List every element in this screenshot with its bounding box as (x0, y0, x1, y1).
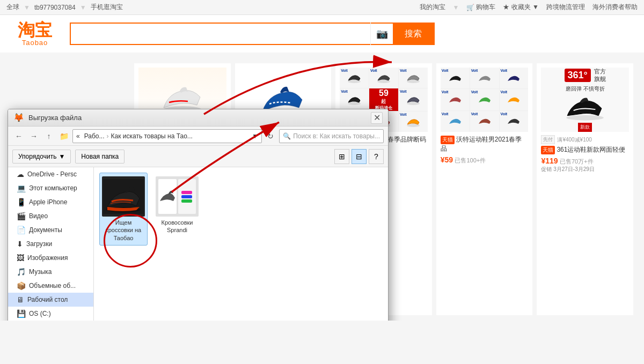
sidebar-item-label: Загрузки (26, 240, 52, 248)
video-icon: 🎬 (17, 212, 26, 220)
username[interactable]: tb9779037084 (34, 4, 76, 11)
dialog-search-placeholder: Поиск в: Как искать товары... (293, 132, 380, 140)
file-upload-dialog: 🦊 Выгрузка файла ✕ ← → ↑ 📁 « Раб (8, 109, 389, 321)
help-button[interactable]: ? (369, 149, 384, 164)
organize-dropdown-icon: ▼ (58, 153, 65, 160)
folder-icon: 📁 (60, 132, 69, 140)
product-card[interactable]: Voit Voit Voit Voit Voit Voit Voit Voit … (436, 63, 533, 315)
sidebar-item-label: Рабочий стол (27, 296, 68, 303)
path-current: Как искать товары на Тао... (111, 132, 193, 140)
path-dropdown-icon[interactable]: ▼ (252, 132, 258, 140)
tmall-badge: 天猫 (441, 136, 455, 144)
sidebar-item-documents[interactable]: 📄 Документы (8, 223, 93, 237)
search-icon: 🔍 (283, 132, 291, 140)
sidebar-item-label: Документы (29, 226, 62, 234)
cross-border-link[interactable]: 跨境物流管理 (546, 3, 585, 12)
dialog-content: ☁ OneDrive - Persc 💻 Этот компьютер 📱 Ap… (8, 167, 388, 321)
close-icon: ✕ (374, 113, 380, 123)
cart-link[interactable]: 🛒 购物车 (466, 3, 495, 12)
documents-icon: 📄 (17, 226, 26, 234)
file-thumbnail-2 (156, 176, 199, 217)
top-nav-right: 我的淘宝 ▼ 🛒 购物车 ★ 收藏夹 ▼ 跨境物流管理 海外消费者帮助 (420, 3, 638, 12)
sidebar-item-label: Изображения (27, 254, 68, 262)
file-name-2: Кровосовки Sprandi (157, 219, 197, 234)
logo-english: Taobao (22, 39, 48, 47)
path-breadcrumb[interactable]: « Рабо... › Как искать товары на Тао... … (72, 129, 262, 143)
view-icons-button[interactable]: ⊞ (334, 149, 349, 164)
sidebar-item-label: Музыка (29, 268, 52, 276)
file-item-sprandi[interactable]: Кровосовки Sprandi (153, 173, 201, 246)
back-button[interactable]: ← (12, 130, 25, 143)
sidebar-item-music[interactable]: 🎵 Музыка (8, 265, 93, 279)
sidebar-item-label: Этот компьютер (29, 184, 77, 192)
drive-icon: 💾 (17, 309, 26, 318)
view-buttons: ⊞ ⊟ ? (334, 149, 384, 164)
file-name: Ищем кроссовки на Таобао (103, 219, 144, 242)
sidebar-item-osdrive[interactable]: 💾 OS (C:) (8, 307, 93, 321)
product-card[interactable]: 361° 官方旗舰 磨回弹 不惧弯折 新款 先付 满¥400减¥100 天猫36… (537, 63, 633, 315)
header: 淘宝 Taobao 📷 搜索 (0, 15, 644, 53)
sidebar-item-label: Видео (29, 212, 48, 220)
search-button[interactable]: 搜索 (393, 23, 434, 45)
sidebar-item-label: Объемные об... (29, 282, 76, 289)
sidebar-item-video[interactable]: 🎬 Видео (8, 209, 93, 223)
forward-button[interactable]: → (27, 130, 40, 143)
view-details-button[interactable]: ⊟ (352, 149, 367, 164)
mobile-link[interactable]: 手机逛淘宝 (91, 3, 123, 12)
product-image: Voit Voit Voit Voit Voit Voit Voit Voit … (441, 68, 529, 132)
firefox-icon: 🦊 (13, 113, 24, 123)
sidebar-item-iphone[interactable]: 📱 Apple iPhone (8, 195, 93, 209)
dialog-search[interactable]: 🔍 Поиск в: Как искать товары... (279, 129, 384, 143)
logo-chinese: 淘宝 (18, 21, 52, 39)
new-folder-button[interactable]: Новая папка (75, 150, 125, 164)
sidebar-item-onedrive[interactable]: ☁ OneDrive - Persc (8, 167, 93, 181)
search-bar: 📷 搜索 (70, 23, 435, 45)
folder-icon-btn: 📁 (57, 130, 70, 143)
svg-point-11 (566, 115, 604, 120)
sidebar-item-downloads[interactable]: ⬇ Загрузки (8, 237, 93, 251)
path-arrow: › (107, 132, 109, 140)
product-price-row: ¥119 已售70万+件 (541, 157, 629, 166)
overseas-link[interactable]: 海外消费者帮助 (592, 3, 638, 12)
dialog-actions-bar: Упорядочить ▼ Новая папка ⊞ ⊟ ? (8, 146, 388, 167)
page-body: 回力男鞋夏季透气网面网眼防 ¥58 已售900+件 公益宝贝 天猫特步男鞋运动鞋… (0, 53, 644, 321)
camera-icon: 📷 (376, 28, 388, 40)
sidebar-item-3d[interactable]: 📦 Объемные об... (8, 279, 93, 293)
camera-search-button[interactable]: 📷 (370, 23, 393, 45)
3d-icon: 📦 (17, 281, 26, 290)
refresh-button[interactable]: ↻ (264, 130, 277, 143)
sidebar-item-label: OS (C:) (29, 310, 51, 317)
file-item-sneaker[interactable]: Ищем кроссовки на Таобао (99, 173, 148, 246)
sidebar-item-images[interactable]: 🖼 Изображения (8, 251, 93, 265)
product-price: ¥59 (441, 155, 453, 164)
music-icon: 🎵 (17, 268, 26, 276)
cart-icon: 🛒 (466, 4, 474, 11)
dialog-toolbar: ← → ↑ 📁 « Рабо... › Как искать товары на… (8, 127, 388, 146)
my-taobao-link[interactable]: 我的淘宝 (420, 3, 445, 12)
forward-icon: → (30, 132, 38, 140)
dialog-close-button[interactable]: ✕ (371, 112, 383, 124)
dialog-files-area: Ищем кроссовки на Таобао (94, 167, 388, 321)
product-sold: 已售70万+件 (560, 158, 594, 165)
dialog-sidebar: ☁ OneDrive - Persc 💻 Этот компьютер 📱 Ap… (8, 167, 94, 321)
search-input[interactable] (71, 24, 370, 44)
product-price-row: ¥59 已售100+件 (441, 155, 529, 165)
up-button[interactable]: ↑ (42, 130, 55, 143)
product-title: 天猫沃特运动鞋男2021春季品 (441, 135, 529, 153)
logo[interactable]: 淘宝 Taobao (11, 21, 59, 47)
organize-label: Упорядочить (18, 153, 56, 160)
favorites-link[interactable]: ★ 收藏夹 ▼ (503, 3, 539, 12)
desktop-icon: 🖥 (17, 295, 24, 304)
organize-button[interactable]: Упорядочить ▼ (12, 150, 71, 164)
dialog-title: Выгрузка файла (28, 114, 367, 122)
dialog-titlebar: 🦊 Выгрузка файла ✕ (8, 109, 388, 127)
new-folder-label: Новая папка (81, 153, 119, 160)
images-icon: 🖼 (17, 254, 24, 262)
sidebar-item-computer[interactable]: 💻 Этот компьютер (8, 181, 93, 195)
voit-grid-2: Voit Voit Voit Voit Voit Voit Voit Voit … (441, 68, 529, 132)
sidebar-item-desktop[interactable]: 🖥 Рабочий стол (8, 293, 93, 307)
up-icon: ↑ (47, 132, 51, 140)
region-selector[interactable]: 全球 (6, 3, 19, 12)
product-title: 天猫361运动鞋新款网面轻便 (541, 145, 629, 154)
path-part-1: « (76, 132, 80, 140)
